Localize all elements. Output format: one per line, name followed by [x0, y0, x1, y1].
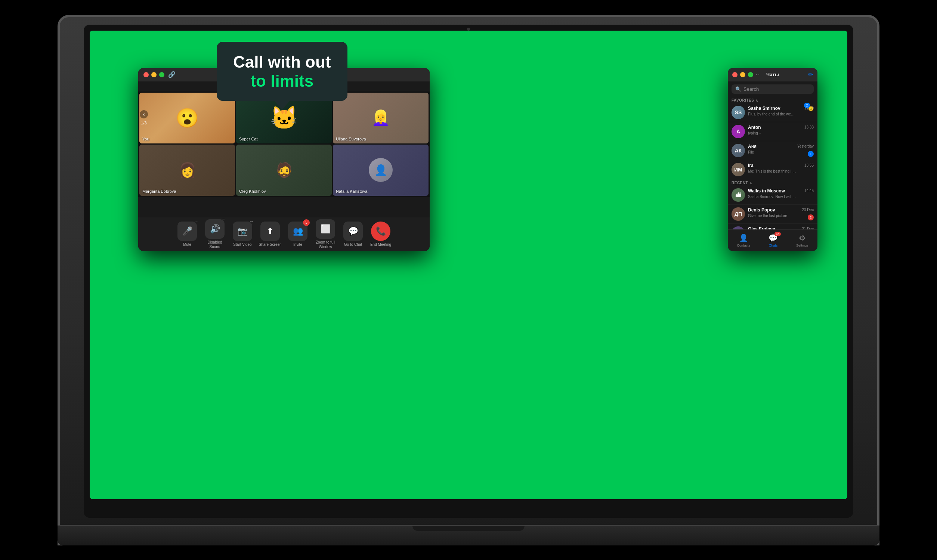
laptop-shell: Call with out to limits 🔗 Secure video c… — [57, 15, 880, 545]
chat-menu-dots[interactable]: ··· — [753, 71, 760, 78]
chat-close-button[interactable] — [732, 72, 737, 77]
chat-item-anya[interactable]: АК Аня Yesterday File 1 — [728, 141, 817, 160]
anya-content: Аня Yesterday File — [748, 144, 814, 155]
maximize-button[interactable] — [159, 72, 165, 77]
walks-name: Walks in Moscow — [748, 188, 785, 194]
end-meeting-button[interactable]: 📞 End Meeting — [368, 222, 394, 247]
invite-badge: 3 — [303, 219, 310, 226]
sound-label: Disabled Sound — [202, 240, 228, 249]
share-label: Share Screen — [258, 243, 281, 247]
chat-bottom-nav: 👤 Contacts 💬 46 Chats ⚙ Settings — [728, 229, 817, 251]
recent-label: RECENT — [731, 181, 748, 185]
anya-avatar: АК — [731, 144, 745, 157]
favorites-label: FAVORITES — [731, 98, 754, 102]
sound-button[interactable]: 🔊 ··· Disabled Sound — [202, 219, 228, 249]
chat-maximize-button[interactable] — [748, 72, 753, 77]
olya-time: 21 Dec — [802, 227, 814, 229]
anton-time: 13:33 — [805, 125, 814, 129]
margarita-label: Margarita Bobrova — [142, 189, 176, 194]
ira-name: Ira — [748, 163, 754, 168]
natalia-avatar: 👤 — [333, 145, 429, 196]
anton-avatar: A — [731, 125, 745, 138]
ira-preview: Me: This is the best thing I've seen in … — [748, 169, 797, 174]
olya-name-row: Olya Frolova 21 Dec — [748, 226, 814, 229]
tooltip-title: Call with out — [233, 52, 331, 72]
chat-item-ira[interactable]: ИМ Ira 13:55 Me: This is the best thing … — [728, 160, 817, 179]
anya-name: Аня — [748, 144, 757, 149]
margarita-avatar: 👩 — [139, 145, 235, 196]
denis-name-row: Denis Popov 23 Dec — [748, 207, 814, 212]
share-icon: ⬆ — [260, 222, 280, 241]
anton-preview: typing ·· — [748, 131, 797, 135]
chat-item-walks[interactable]: 🏙 Walks in Moscow 14:45 Sasha Smirnov: N… — [728, 186, 817, 205]
sound-icon: 🔊 ··· — [205, 219, 225, 239]
chat-item-olya[interactable]: ОФ Olya Frolova 21 Dec No Please — [728, 224, 817, 229]
chat-search-area: 🔍 Search — [728, 82, 817, 97]
contacts-nav-label: Contacts — [737, 243, 750, 247]
zoom-button[interactable]: ⬜ Zoom to full Window — [313, 219, 338, 249]
anya-badge: 1 — [808, 151, 814, 157]
anton-content: Anton 13:33 typing ·· — [748, 125, 814, 135]
chat-item-sasha[interactable]: SS Sasha Smirnov 11:29 Plus, by the end … — [728, 103, 817, 122]
control-bar: 🎤 ··· Mute 🔊 ··· Disabled Sound — [138, 217, 430, 251]
close-button[interactable] — [143, 72, 149, 77]
denis-preview: Give me the last picture — [748, 213, 797, 218]
nav-arrow-left[interactable]: ‹ — [140, 110, 148, 118]
chat-minimize-button[interactable] — [740, 72, 745, 77]
chat-item-anton[interactable]: A Anton 13:33 typing ·· — [728, 122, 817, 141]
zoom-label: Zoom to full Window — [313, 240, 338, 249]
favorites-chevron: ∧ — [755, 98, 758, 102]
video-cell-natalia: 👤 Natalia Kallistova — [333, 145, 429, 196]
olya-avatar: ОФ — [731, 226, 745, 229]
denis-content: Denis Popov 23 Dec Give me the last pict… — [748, 207, 814, 218]
nav-contacts[interactable]: 👤 Contacts — [737, 234, 750, 247]
end-call-icon: 📞 — [371, 222, 391, 241]
ira-content: Ira 13:55 Me: This is the best thing I'v… — [748, 163, 814, 174]
oleg-avatar: 🧔 — [236, 145, 332, 196]
walks-name-row: Walks in Moscow 14:45 — [748, 188, 814, 194]
chat-icon: 💬 — [343, 222, 363, 241]
olya-content: Olya Frolova 21 Dec No Please — [748, 226, 814, 229]
video-icon: 📷 ··· — [233, 222, 252, 241]
video-label: Start Video — [233, 243, 251, 247]
video-cell-margarita: 👩 Margarita Bobrova — [139, 145, 235, 196]
laptop-body: Call with out to limits 🔗 Secure video c… — [57, 15, 880, 545]
denis-avatar: ДП — [731, 207, 745, 221]
walks-content: Walks in Moscow 14:45 Sasha Smirnov: Now… — [748, 188, 814, 199]
natalia-circle: 👤 — [369, 158, 393, 182]
video-button[interactable]: 📷 ··· Start Video — [230, 222, 255, 247]
chat-panel: ··· Чаты ✏ 🔍 Search FAVORITES — [728, 68, 817, 251]
ira-time: 13:55 — [805, 163, 814, 168]
mute-dots: ··· — [195, 219, 198, 223]
goto-chat-button[interactable]: 💬 Go to Chat — [340, 222, 366, 247]
walks-preview: Sasha Smirnov: Now I will come to you — [748, 194, 797, 199]
video-cell-uliana: 👱‍♀️ 🎵 Uliana Suvorova — [333, 93, 429, 144]
sasha-content: Sasha Smirnov 11:29 Plus, by the end of … — [748, 106, 814, 117]
supercat-label: Super Cat — [239, 137, 258, 141]
invite-label: Invite — [293, 243, 302, 247]
invite-button[interactable]: 👥 3 Invite — [285, 222, 311, 247]
sasha-name: Sasha Smirnov — [748, 106, 780, 111]
share-button[interactable]: ⬆ Share Screen — [257, 222, 283, 247]
nav-chats[interactable]: 💬 46 Chats — [768, 234, 778, 247]
search-icon: 🔍 — [735, 86, 741, 92]
chat-traffic-lights — [732, 72, 753, 77]
chat-item-denis[interactable]: ДП Denis Popov 23 Dec Give me the last p… — [728, 205, 817, 224]
nav-settings[interactable]: ⚙ Settings — [796, 234, 808, 247]
compose-icon[interactable]: ✏ — [808, 71, 813, 78]
favorites-list: SS Sasha Smirnov 11:29 Plus, by the end … — [728, 103, 817, 229]
anton-name: Anton — [748, 125, 761, 130]
uliana-avatar: 👱‍♀️ — [333, 93, 429, 144]
chats-badge: 46 — [774, 232, 781, 236]
search-box[interactable]: 🔍 Search — [731, 85, 814, 94]
mute-button[interactable]: 🎤 ··· Mute — [174, 222, 200, 247]
anya-time: Yesterday — [797, 144, 814, 148]
sound-dots: ··· — [222, 217, 225, 221]
you-label: You — [142, 137, 149, 141]
zoom-icon: ⬜ — [316, 219, 335, 239]
denis-badge: 2 — [808, 214, 814, 220]
traffic-lights — [143, 72, 165, 77]
minimize-button[interactable] — [151, 72, 157, 77]
camera-dot — [467, 28, 470, 31]
ira-name-row: Ira 13:55 — [748, 163, 814, 168]
